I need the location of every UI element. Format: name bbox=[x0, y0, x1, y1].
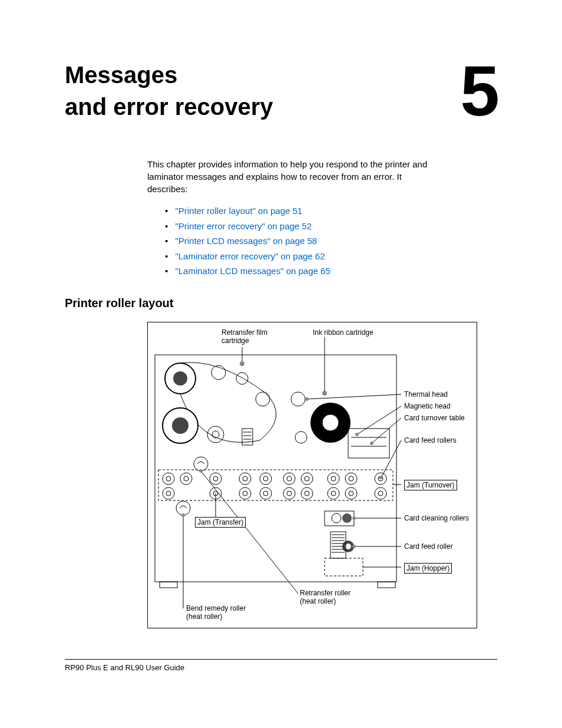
svg-point-87 bbox=[370, 442, 373, 445]
label-jam-turnover: Jam (Turnover) bbox=[404, 480, 457, 490]
printer-roller-layout-diagram: Retransfer film cartridge Ink ribbon car… bbox=[147, 322, 477, 628]
svg-point-29 bbox=[166, 476, 171, 481]
svg-rect-81 bbox=[325, 558, 363, 576]
footer-text: RP90 Plus E and RL90 User Guide bbox=[65, 663, 497, 672]
svg-point-97 bbox=[199, 469, 203, 473]
footer-rule bbox=[65, 659, 497, 660]
svg-point-19 bbox=[295, 431, 307, 443]
intro-paragraph: This chapter provides information to hel… bbox=[147, 158, 442, 195]
label-bend-remedy-roller: Bend remedy roller (heat roller) bbox=[186, 604, 246, 621]
svg-point-92 bbox=[352, 516, 356, 520]
page-footer: RP90 Plus E and RL90 User Guide bbox=[65, 659, 497, 672]
toc-list: "Printer roller layout" on page 51 "Prin… bbox=[165, 203, 497, 279]
svg-point-10 bbox=[236, 373, 248, 384]
svg-point-4 bbox=[240, 361, 244, 366]
svg-point-31 bbox=[184, 476, 189, 481]
svg-point-38 bbox=[283, 473, 295, 485]
svg-line-82 bbox=[307, 394, 401, 399]
svg-point-37 bbox=[263, 476, 268, 481]
svg-point-17 bbox=[322, 414, 339, 431]
svg-point-61 bbox=[331, 491, 336, 496]
label-magnetic-head: Magnetic head bbox=[404, 402, 451, 410]
label-card-feed-roller: Card feed roller bbox=[404, 542, 453, 551]
svg-point-32 bbox=[210, 473, 222, 485]
svg-point-52 bbox=[239, 487, 251, 499]
chapter-header: Messages and error recovery 5 bbox=[65, 59, 497, 123]
svg-point-13 bbox=[172, 417, 189, 434]
label-card-cleaning-rollers: Card cleaning rollers bbox=[404, 514, 469, 522]
svg-point-43 bbox=[331, 476, 336, 481]
chapter-title-line2: and error recovery bbox=[65, 94, 273, 120]
svg-point-85 bbox=[355, 433, 359, 436]
svg-point-57 bbox=[287, 491, 292, 496]
svg-point-62 bbox=[345, 487, 357, 499]
svg-point-39 bbox=[287, 476, 292, 481]
svg-point-36 bbox=[260, 473, 272, 485]
label-jam-hopper: Jam (Hopper) bbox=[404, 563, 452, 574]
svg-point-35 bbox=[243, 476, 247, 481]
svg-point-54 bbox=[260, 487, 272, 499]
toc-item: "Printer roller layout" on page 51 bbox=[165, 203, 497, 219]
chapter-title-line1: Messages bbox=[65, 62, 177, 88]
toc-item: "Laminator LCD messages" on page 65 bbox=[165, 263, 497, 279]
svg-point-70 bbox=[342, 513, 352, 523]
svg-rect-20 bbox=[242, 429, 253, 445]
label-thermal-head: Thermal head bbox=[404, 390, 448, 398]
svg-point-99 bbox=[181, 513, 185, 517]
svg-point-48 bbox=[163, 487, 174, 499]
svg-point-56 bbox=[283, 487, 295, 499]
chapter-number: 5 bbox=[460, 59, 497, 123]
label-retransfer-roller: Retransfer roller (heat roller) bbox=[300, 589, 351, 606]
svg-point-65 bbox=[378, 491, 383, 496]
svg-point-94 bbox=[352, 545, 356, 548]
label-card-turnover-table: Card turnover table bbox=[404, 414, 465, 422]
svg-point-6 bbox=[322, 391, 327, 396]
svg-point-11 bbox=[256, 392, 270, 406]
svg-point-8 bbox=[173, 371, 187, 386]
svg-point-42 bbox=[328, 473, 339, 485]
svg-point-33 bbox=[213, 476, 218, 481]
svg-rect-1 bbox=[160, 582, 177, 588]
svg-point-45 bbox=[349, 476, 353, 481]
label-card-feed-rollers: Card feed rollers bbox=[404, 436, 457, 444]
svg-point-41 bbox=[305, 476, 309, 481]
svg-point-53 bbox=[243, 491, 247, 496]
toc-item: "Laminator error recovery" on page 62 bbox=[165, 249, 497, 264]
svg-point-66 bbox=[176, 501, 190, 515]
diagram-container: Retransfer film cartridge Ink ribbon car… bbox=[147, 322, 497, 628]
toc-link-laminator-lcd-messages[interactable]: "Laminator LCD messages" on page 65 bbox=[175, 266, 330, 276]
diagram-svg bbox=[148, 322, 477, 628]
toc-item: "Printer LCD messages" on page 58 bbox=[165, 233, 497, 249]
label-jam-transfer: Jam (Transfer) bbox=[195, 517, 246, 528]
svg-point-89 bbox=[379, 476, 382, 479]
svg-point-55 bbox=[263, 491, 268, 496]
svg-line-84 bbox=[357, 406, 401, 434]
toc-link-laminator-error-recovery[interactable]: "Laminator error recovery" on page 62 bbox=[175, 251, 325, 261]
svg-point-63 bbox=[349, 491, 353, 496]
toc-link-printer-roller-layout[interactable]: "Printer roller layout" on page 51 bbox=[175, 206, 302, 216]
svg-point-69 bbox=[332, 513, 341, 523]
svg-point-59 bbox=[305, 491, 309, 496]
svg-point-64 bbox=[375, 487, 386, 499]
section-heading: Printer roller layout bbox=[65, 297, 497, 310]
svg-point-18 bbox=[291, 392, 305, 406]
svg-point-58 bbox=[301, 487, 313, 499]
svg-point-44 bbox=[345, 473, 357, 485]
toc-link-printer-lcd-messages[interactable]: "Printer LCD messages" on page 58 bbox=[175, 236, 317, 246]
svg-point-83 bbox=[305, 397, 309, 401]
chapter-title: Messages and error recovery bbox=[65, 59, 273, 123]
toc-link-printer-error-recovery[interactable]: "Printer error recovery" on page 52 bbox=[175, 221, 312, 231]
svg-rect-2 bbox=[378, 582, 395, 588]
svg-point-49 bbox=[166, 491, 171, 496]
toc-item: "Printer error recovery" on page 52 bbox=[165, 219, 497, 234]
svg-point-60 bbox=[328, 487, 339, 499]
svg-point-40 bbox=[301, 473, 313, 485]
svg-rect-27 bbox=[158, 470, 393, 500]
svg-point-28 bbox=[163, 473, 174, 485]
svg-point-30 bbox=[180, 473, 192, 485]
svg-point-67 bbox=[194, 457, 208, 471]
svg-point-34 bbox=[239, 473, 251, 485]
svg-point-9 bbox=[211, 365, 226, 380]
svg-rect-24 bbox=[348, 429, 389, 458]
